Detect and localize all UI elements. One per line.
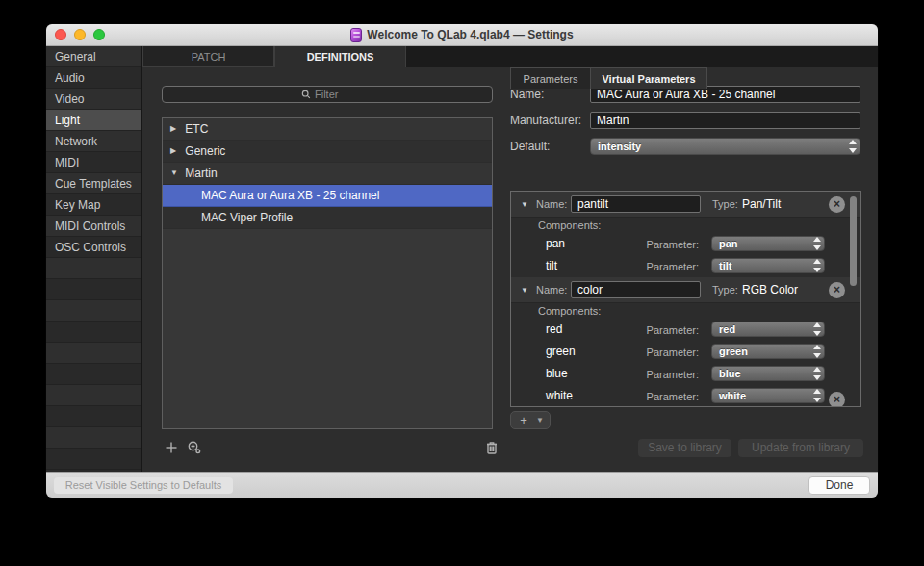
reset-settings-button[interactable]: Reset Visible Settings to Defaults — [54, 477, 233, 494]
default-label: Default: — [510, 140, 550, 153]
remove-parameter-button[interactable]: × — [829, 392, 845, 407]
sidebar-item-video[interactable]: Video — [46, 89, 141, 110]
component-parameter-dropdown-green[interactable]: green — [711, 344, 825, 359]
sidebar-item-cue-templates[interactable]: Cue Templates — [46, 173, 141, 194]
stepper-icon — [810, 237, 824, 250]
component-name: pan — [546, 237, 565, 250]
chevron-down-icon: ▼ — [536, 412, 550, 428]
tree-group-label: Generic — [185, 144, 225, 158]
default-parameter-value: intensity — [591, 141, 846, 152]
disclosure-collapsed-icon[interactable]: ▶ — [170, 117, 182, 140]
title-bar: Welcome To QLab 4.qlab4 — Settings — [46, 24, 878, 46]
param-name-field-color[interactable] — [571, 281, 701, 298]
disclosure-expanded-icon[interactable]: ▼ — [170, 162, 182, 184]
manufacturer-field[interactable] — [590, 112, 860, 129]
document-icon — [350, 28, 362, 42]
settings-body: General Audio Video Light Network MIDI C… — [46, 46, 878, 472]
tab-virtual-parameters[interactable]: Virtual Parameters — [591, 67, 707, 89]
stepper-icon — [810, 345, 824, 358]
parameter-label: Parameter: — [647, 391, 699, 402]
tree-item-mac-aura[interactable]: MAC Aura or Aura XB - 25 channel — [163, 185, 492, 207]
tree-group-generic[interactable]: ▶ Generic — [163, 141, 492, 163]
sidebar-item-key-map[interactable]: Key Map — [46, 194, 141, 216]
sidebar-item-midi[interactable]: MIDI — [46, 152, 141, 173]
filter-input[interactable] — [315, 89, 353, 100]
save-to-library-button[interactable]: Save to library — [638, 439, 732, 457]
add-parameter-button[interactable]: + ▼ — [510, 411, 551, 429]
tab-definitions[interactable]: DEFINITIONS — [274, 46, 406, 67]
sidebar-empty-row — [46, 343, 141, 364]
plus-icon: + — [511, 412, 536, 428]
component-parameter-dropdown-red[interactable]: red — [711, 322, 825, 337]
stepper-icon — [810, 389, 824, 402]
dropdown-value: green — [712, 346, 810, 357]
default-parameter-dropdown[interactable]: intensity — [590, 138, 860, 155]
sidebar-empty-row — [46, 406, 141, 427]
component-row-blue: blue Parameter: blue — [511, 363, 860, 385]
done-button[interactable]: Done — [808, 476, 870, 495]
param-name-field-pantilt[interactable] — [571, 195, 701, 213]
sidebar-item-audio[interactable]: Audio — [46, 67, 141, 89]
component-parameter-dropdown-white[interactable]: white — [711, 388, 825, 403]
component-parameter-dropdown-tilt[interactable]: tilt — [711, 258, 825, 273]
traffic-lights — [55, 29, 105, 40]
remove-parameter-button[interactable]: × — [829, 196, 845, 213]
name-label: Name: — [510, 88, 544, 101]
parameters-panel: ▼ Name: Type: Pan/Tilt × Components: pan… — [510, 191, 861, 407]
search-icon — [301, 90, 311, 99]
disclosure-expanded-icon[interactable]: ▼ — [521, 200, 528, 209]
parameter-label: Parameter: — [647, 369, 699, 380]
param-name-label: Name: — [536, 284, 567, 296]
disclosure-expanded-icon[interactable]: ▼ — [521, 286, 528, 295]
stepper-icon — [810, 367, 824, 380]
sidebar-item-osc-controls[interactable]: OSC Controls — [46, 237, 141, 258]
sidebar-empty-row — [46, 427, 141, 449]
stepper-icon — [810, 259, 824, 272]
sidebar-item-network[interactable]: Network — [46, 131, 141, 152]
tab-patch[interactable]: PATCH — [142, 46, 274, 67]
component-parameter-dropdown-blue[interactable]: blue — [711, 366, 825, 381]
sidebar-item-midi-controls[interactable]: MIDI Controls — [46, 216, 141, 237]
disclosure-collapsed-icon[interactable]: ▶ — [170, 140, 182, 162]
tree-group-label: ETC — [185, 122, 208, 136]
tree-group-etc[interactable]: ▶ ETC — [163, 118, 492, 141]
sidebar-empty-row — [46, 300, 141, 322]
stepper-icon — [810, 322, 824, 336]
sidebar-empty-row — [46, 322, 141, 343]
remove-parameter-button[interactable]: × — [829, 282, 845, 298]
component-row-tilt: tilt Parameter: tilt — [511, 255, 860, 277]
tab-parameters[interactable]: Parameters — [510, 67, 591, 89]
sidebar-empty-row — [46, 449, 141, 470]
tree-group-martin[interactable]: ▼ Martin — [163, 163, 492, 185]
scrollbar-thumb[interactable] — [850, 196, 857, 286]
tree-item-mac-viper[interactable]: MAC Viper Profile — [163, 207, 492, 229]
component-row-pan: pan Parameter: pan — [511, 233, 860, 255]
sidebar-item-light[interactable]: Light — [46, 110, 141, 131]
component-row-red: red Parameter: red — [511, 319, 860, 341]
update-from-library-button[interactable]: Update from library — [738, 439, 863, 457]
settings-window: Welcome To QLab 4.qlab4 — Settings Gener… — [46, 24, 878, 498]
minimize-window-button[interactable] — [74, 29, 86, 40]
add-definition-button[interactable] — [164, 440, 179, 455]
param-type-label: Type: — [712, 198, 738, 210]
delete-definition-button[interactable] — [484, 440, 500, 455]
window-title-group: Welcome To QLab 4.qlab4 — Settings — [350, 28, 573, 42]
component-parameter-dropdown-pan[interactable]: pan — [711, 236, 825, 251]
param-type-value: RGB Color — [742, 283, 798, 296]
dropdown-value: blue — [712, 368, 810, 379]
sidebar-empty-row — [46, 258, 141, 279]
param-name-label: Name: — [536, 198, 567, 210]
sidebar-empty-row — [46, 385, 141, 406]
sidebar-item-general[interactable]: General — [46, 46, 141, 67]
close-window-button[interactable] — [55, 29, 66, 40]
dropdown-value: red — [712, 323, 810, 335]
zoom-window-button[interactable] — [93, 29, 105, 40]
parameter-label: Parameter: — [647, 324, 699, 336]
add-from-library-icon[interactable] — [187, 440, 202, 455]
parameter-label: Parameter: — [647, 261, 699, 272]
components-label: Components: — [511, 218, 860, 233]
library-toolbar — [162, 438, 493, 457]
component-name: tilt — [546, 259, 557, 272]
window-footer: Reset Visible Settings to Defaults Done — [46, 472, 878, 498]
tree-group-label: Martin — [185, 167, 217, 180]
